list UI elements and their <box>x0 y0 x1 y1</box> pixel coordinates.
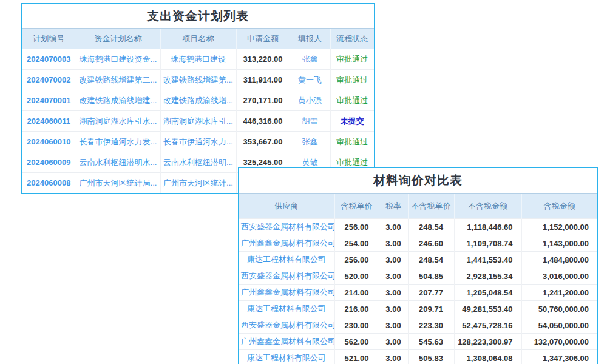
tax-rate-cell: 3.00 <box>379 268 408 285</box>
project-name-link[interactable]: 湖南洞庭湖水库引... <box>160 111 236 132</box>
tax-rate-cell: 3.00 <box>379 317 408 334</box>
unit-price-tax-cell: 521.00 <box>334 350 379 364</box>
amount-no-tax-cell: 1,308,064.08 <box>454 350 521 364</box>
amount-no-tax-cell: 1,205,048.54 <box>454 285 521 301</box>
amount-tax-cell: 1,347,306.00 <box>521 350 597 364</box>
plan-id-link[interactable]: 2024070002 <box>22 70 76 90</box>
plan-col-status: 流程状态 <box>330 29 374 49</box>
table-row[interactable]: 2024060011 湖南洞庭湖水库引水... 湖南洞庭湖水库引... 446,… <box>22 111 374 132</box>
unit-price-no-tax-cell: 246.60 <box>408 235 454 252</box>
plan-id-link[interactable]: 2024060009 <box>22 152 76 173</box>
unit-price-tax-cell: 214.00 <box>334 285 379 301</box>
supplier-link[interactable]: 广州鑫鑫金属材料有限公司 <box>239 235 334 252</box>
project-name-link[interactable]: 广州市天河区统计... <box>160 173 236 194</box>
table-row[interactable]: 康达工程材料有限公司 216.00 3.00 209.71 49,281,553… <box>239 301 597 317</box>
reporter-link[interactable]: 黄小强 <box>290 90 330 111</box>
plan-id-link[interactable]: 2024070003 <box>22 49 76 70</box>
plan-name-link[interactable]: 改建铁路成渝线增建... <box>76 90 160 111</box>
plan-name-link[interactable]: 湖南洞庭湖水库引水... <box>76 111 160 132</box>
table-row[interactable]: 西安盛器金属材料有限公司 230.00 3.00 223.30 52,475,7… <box>239 317 597 334</box>
tax-rate-cell: 3.00 <box>379 350 408 364</box>
amount-tax-cell: 1,143,000.00 <box>521 235 597 252</box>
table-row[interactable]: 西安盛器金属材料有限公司 520.00 3.00 504.85 2,928,15… <box>239 268 597 285</box>
table-row[interactable]: 2024070003 珠海鹤港口建设资金... 珠海鹤港口建设 313,220.… <box>22 49 374 70</box>
unit-price-tax-cell: 230.00 <box>334 317 379 334</box>
unit-price-no-tax-cell: 207.77 <box>408 285 454 301</box>
amount-cell: 311,914.00 <box>236 70 290 90</box>
plan-col-reporter: 填报人 <box>290 29 330 49</box>
table-row[interactable]: 西安盛器金属材料有限公司 256.00 3.00 248.54 1,118,44… <box>239 219 597 235</box>
amount-cell: 313,220.00 <box>236 49 290 70</box>
supplier-link[interactable]: 西安盛器金属材料有限公司 <box>239 317 334 334</box>
table-row[interactable]: 广州鑫鑫金属材料有限公司 254.00 3.00 246.60 1,109,70… <box>239 235 597 252</box>
unit-price-tax-cell: 520.00 <box>334 268 379 285</box>
status-badge: 未提交 <box>330 111 374 132</box>
amount-tax-cell: 3,016,000.00 <box>521 268 597 285</box>
supplier-link[interactable]: 康达工程材料有限公司 <box>239 252 334 268</box>
material-quote-title: 材料询价对比表 <box>239 168 597 194</box>
table-row[interactable]: 广州鑫鑫金属材料有限公司 214.00 3.00 207.77 1,205,04… <box>239 285 597 301</box>
quote-col-amount-tax: 含税金额 <box>521 194 597 219</box>
amount-no-tax-cell: 1,441,553.40 <box>454 252 521 268</box>
amount-no-tax-cell: 1,109,708.74 <box>454 235 521 252</box>
plan-id-link[interactable]: 2024060010 <box>22 132 76 152</box>
supplier-link[interactable]: 广州鑫鑫金属材料有限公司 <box>239 334 334 350</box>
unit-price-no-tax-cell: 505.83 <box>408 350 454 364</box>
plan-id-link[interactable]: 2024060008 <box>22 173 76 194</box>
plan-name-link[interactable]: 云南水利枢纽潜明水... <box>76 152 160 173</box>
plan-name-link[interactable]: 广州市天河区统计局... <box>76 173 160 194</box>
table-row[interactable]: 2024070002 改建铁路线增建第二... 改建铁路线增建第... 311,… <box>22 70 374 90</box>
reporter-link[interactable]: 张鑫 <box>290 132 330 152</box>
supplier-link[interactable]: 西安盛器金属材料有限公司 <box>239 268 334 285</box>
quote-col-unit-price-tax: 含税单价 <box>334 194 379 219</box>
status-badge: 审批通过 <box>330 132 374 152</box>
unit-price-no-tax-cell: 209.71 <box>408 301 454 317</box>
project-name-link[interactable]: 珠海鹤港口建设 <box>160 49 236 70</box>
unit-price-no-tax-cell: 504.85 <box>408 268 454 285</box>
plan-name-link[interactable]: 珠海鹤港口建设资金... <box>76 49 160 70</box>
supplier-link[interactable]: 西安盛器金属材料有限公司 <box>239 219 334 235</box>
table-row[interactable]: 康达工程材料有限公司 256.00 3.00 248.54 1,441,553.… <box>239 252 597 268</box>
supplier-link[interactable]: 康达工程材料有限公司 <box>239 301 334 317</box>
amount-no-tax-cell: 2,928,155.34 <box>454 268 521 285</box>
amount-tax-cell: 1,241,200.00 <box>521 285 597 301</box>
amount-no-tax-cell: 128,223,300.97 <box>454 334 521 350</box>
amount-no-tax-cell: 49,281,553.40 <box>454 301 521 317</box>
tax-rate-cell: 3.00 <box>379 285 408 301</box>
quote-col-amount-no-tax: 不含税金额 <box>454 194 521 219</box>
project-name-link[interactable]: 改建铁路线增建第... <box>160 70 236 90</box>
amount-no-tax-cell: 52,475,728.16 <box>454 317 521 334</box>
amount-cell: 446,316.00 <box>236 111 290 132</box>
status-badge: 审批通过 <box>330 49 374 70</box>
status-badge: 审批通过 <box>330 90 374 111</box>
plan-name-link[interactable]: 长春市伊通河水力发... <box>76 132 160 152</box>
project-name-link[interactable]: 改建铁路成渝线增... <box>160 90 236 111</box>
table-row[interactable]: 广州鑫鑫金属材料有限公司 562.00 3.00 545.63 128,223,… <box>239 334 597 350</box>
supplier-link[interactable]: 康达工程材料有限公司 <box>239 350 334 364</box>
amount-cell: 270,171.00 <box>236 90 290 111</box>
amount-tax-cell: 54,050,000.00 <box>521 317 597 334</box>
plan-col-id: 计划编号 <box>22 29 76 49</box>
table-row[interactable]: 2024070001 改建铁路成渝线增建... 改建铁路成渝线增... 270,… <box>22 90 374 111</box>
amount-cell: 353,667.00 <box>236 132 290 152</box>
material-quote-panel: 材料询价对比表 供应商 含税单价 税率 不含税单价 不含税金额 含税金额 西安盛… <box>238 167 598 364</box>
project-name-link[interactable]: 长春市伊通河水力... <box>160 132 236 152</box>
reporter-link[interactable]: 张鑫 <box>290 49 330 70</box>
plan-id-link[interactable]: 2024060011 <box>22 111 76 132</box>
table-row[interactable]: 康达工程材料有限公司 521.00 3.00 505.83 1,308,064.… <box>239 350 597 364</box>
tax-rate-cell: 3.00 <box>379 219 408 235</box>
amount-tax-cell: 50,760,000.00 <box>521 301 597 317</box>
plan-id-link[interactable]: 2024070001 <box>22 90 76 111</box>
plan-col-amount: 申请金额 <box>236 29 290 49</box>
reporter-link[interactable]: 胡雪 <box>290 111 330 132</box>
unit-price-tax-cell: 256.00 <box>334 252 379 268</box>
supplier-link[interactable]: 广州鑫鑫金属材料有限公司 <box>239 285 334 301</box>
table-row[interactable]: 2024060010 长春市伊通河水力发... 长春市伊通河水力... 353,… <box>22 132 374 152</box>
unit-price-no-tax-cell: 248.54 <box>408 219 454 235</box>
reporter-link[interactable]: 黄一飞 <box>290 70 330 90</box>
page: 支出资金计划列表 计划编号 资金计划名称 项目名称 申请金额 填报人 流程状态 … <box>0 0 607 364</box>
project-name-link[interactable]: 云南水利枢纽潜明... <box>160 152 236 173</box>
plan-name-link[interactable]: 改建铁路线增建第二... <box>76 70 160 90</box>
unit-price-tax-cell: 562.00 <box>334 334 379 350</box>
unit-price-no-tax-cell: 545.63 <box>408 334 454 350</box>
